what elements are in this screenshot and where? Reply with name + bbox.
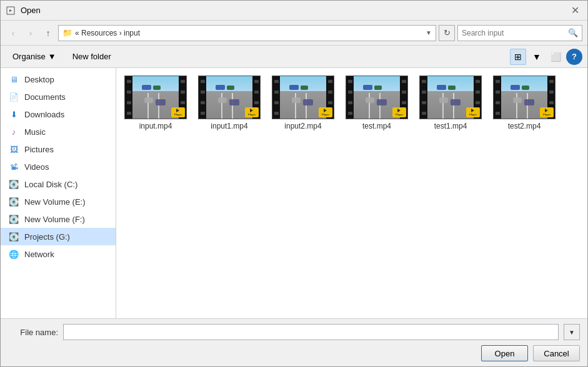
film-strip-left [125,76,132,119]
sidebar-item-new-volume-f[interactable]: 💽New Volume (F:) [1,210,116,228]
filename-input[interactable] [63,324,559,340]
sidebar-item-downloads[interactable]: ⬇Downloads [1,105,116,123]
sidebar-label-pictures: Pictures [24,145,54,154]
sidebar-item-projects-g[interactable]: 💽Projects (G:) [1,228,116,245]
file-name: input.mp4 [139,122,172,130]
dialog-title: Open [21,6,41,15]
address-text: « Resources › input [75,29,140,37]
play-overlay: Player [466,107,480,117]
file-item-input-mp4[interactable]: Player input.mp4 [121,73,190,133]
desktop-icon: 🖥 [8,74,19,85]
sidebar-label-projects-g: Projects (G:) [24,232,70,242]
sidebar-label-local-disk-c: Local Disk (C:) [24,180,77,189]
film-strip-left [346,76,354,119]
secondary-toolbar: Organise ▼ New folder ⊞ ▼ ⬜ ? [1,46,587,68]
sec-toolbar-left: Organise ▼ New folder [6,49,118,65]
pane-button[interactable]: ⬜ [547,49,564,65]
sidebar-item-music[interactable]: ♪Music [1,123,116,140]
navigation-toolbar: ‹ › ↑ 📁 « Resources › input ▼ ↻ 🔍 [1,21,587,46]
dialog-buttons: Open Cancel [8,345,580,361]
file-item-test2-mp4[interactable]: Player test2.mp4 [490,73,559,133]
sidebar-label-downloads: Downloads [24,110,64,119]
downloads-icon: ⬇ [8,109,19,120]
sidebar-label-network: Network [24,250,54,259]
content-area: 🖥Desktop📄Documents⬇Downloads♪Music🖼Pictu… [1,68,587,318]
search-box[interactable]: 🔍 [457,25,582,41]
file-item-test-mp4[interactable]: Player test.mp4 [342,73,411,133]
file-name: test.mp4 [362,122,391,130]
film-strip-left [272,76,280,119]
file-item-input1-mp4[interactable]: Player input1.mp4 [195,73,264,133]
sidebar-label-documents: Documents [24,92,66,102]
network-icon: 🌐 [8,248,19,260]
address-bar[interactable]: 📁 « Resources › input ▼ [58,25,436,41]
file-name: test1.mp4 [434,122,467,130]
sidebar-label-new-volume-f: New Volume (F:) [24,215,85,224]
local-disk-c-icon: 💽 [8,179,19,190]
back-button[interactable]: ‹ [6,26,21,41]
video-thumbnail: Player [346,76,408,119]
film-strip-left [494,76,501,119]
organise-dropdown-icon: ▼ [48,52,56,61]
open-button[interactable]: Open [481,345,528,361]
sidebar-label-desktop: Desktop [24,75,54,84]
sidebar-item-documents[interactable]: 📄Documents [1,88,116,105]
sidebar: 🖥Desktop📄Documents⬇Downloads♪Music🖼Pictu… [1,68,116,318]
sidebar-item-desktop[interactable]: 🖥Desktop [1,71,116,88]
play-overlay: Player [171,107,185,117]
file-name: input1.mp4 [211,122,247,130]
file-name: test2.mp4 [508,122,541,130]
film-strip-left [420,76,427,119]
bottom-bar: File name: ▼ Open Cancel [1,318,587,366]
new-volume-f-icon: 💽 [8,213,19,225]
play-overlay: Player [319,107,332,117]
new-volume-e-icon: 💽 [8,196,19,207]
film-strip-left [199,76,206,119]
sec-toolbar-right: ⊞ ▼ ⬜ ? [510,49,582,65]
pictures-icon: 🖼 [8,144,19,155]
play-overlay: Player [245,107,259,117]
video-thumbnail: Player [198,76,261,119]
new-folder-button[interactable]: New folder [66,49,118,65]
organise-button[interactable]: Organise ▼ [6,49,63,65]
view-dropdown-icon[interactable]: ▼ [529,49,545,65]
view-toggle-button[interactable]: ⊞ [510,49,526,65]
close-button[interactable]: ✕ [567,3,582,18]
titlebar-left: Open [6,6,41,16]
sidebar-label-new-volume-e: New Volume (E:) [24,197,86,207]
sidebar-label-music: Music [24,127,46,137]
play-overlay: Player [392,107,406,117]
projects-g-icon: 💽 [8,231,19,242]
search-icon: 🔍 [568,28,578,37]
sidebar-item-new-volume-e[interactable]: 💽New Volume (E:) [1,193,116,210]
sidebar-item-network[interactable]: 🌐Network [1,245,116,263]
address-dropdown-icon: ▼ [426,29,432,36]
cancel-button[interactable]: Cancel [533,345,580,361]
documents-icon: 📄 [8,91,19,102]
up-button[interactable]: ↑ [41,26,56,41]
sidebar-label-videos: Videos [24,162,49,172]
app-icon [6,6,16,16]
file-item-input2-mp4[interactable]: Player input2.mp4 [269,73,337,133]
video-thumbnail: Player [419,76,482,119]
filename-label: File name: [8,328,58,337]
music-icon: ♪ [8,126,19,137]
play-overlay: Player [540,107,554,117]
video-thumbnail: Player [493,76,556,119]
search-input[interactable] [462,29,566,37]
video-thumbnail: Player [272,76,334,119]
file-grid: Player input.mp4 [116,68,587,318]
sidebar-item-local-disk-c[interactable]: 💽Local Disk (C:) [1,175,116,193]
forward-button[interactable]: › [23,26,38,41]
video-thumbnail: Player [124,76,187,119]
videos-icon: 📽 [8,161,19,172]
open-dialog: Open ✕ ‹ › ↑ 📁 « Resources › input ▼ ↻ 🔍… [0,0,588,367]
folder-icon: 📁 [62,28,72,37]
file-item-test1-mp4[interactable]: Player test1.mp4 [416,73,485,133]
filename-dropdown-button[interactable]: ▼ [564,324,580,340]
help-button[interactable]: ? [566,49,582,65]
sidebar-item-pictures[interactable]: 🖼Pictures [1,140,116,158]
refresh-button[interactable]: ↻ [439,25,455,41]
sidebar-item-videos[interactable]: 📽Videos [1,158,116,175]
filename-row: File name: ▼ [8,324,580,340]
